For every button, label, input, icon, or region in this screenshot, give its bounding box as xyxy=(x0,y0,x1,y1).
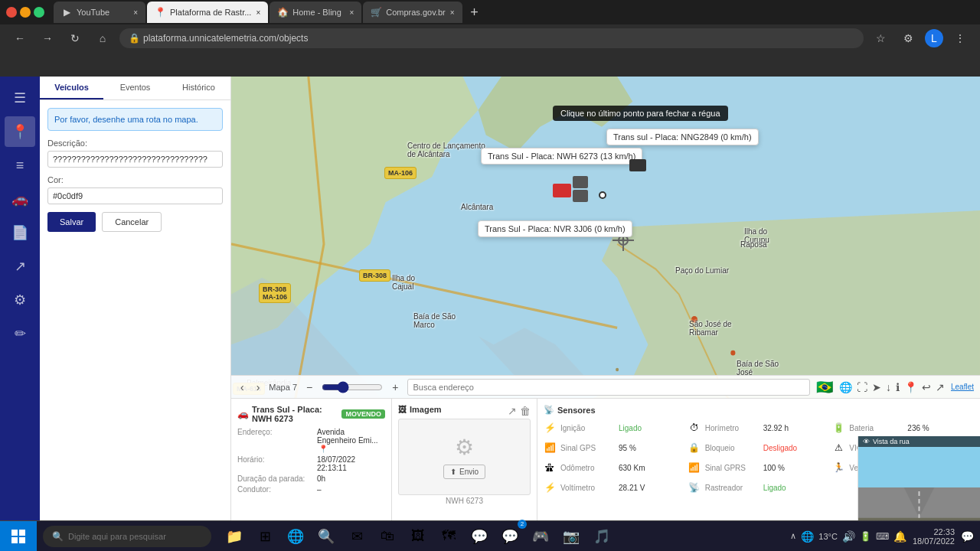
sidebar-location-icon[interactable]: 📍 xyxy=(5,116,35,147)
keyboard-icon[interactable]: ⌨ xyxy=(876,531,889,542)
battery-icon[interactable]: 🔋 xyxy=(860,531,871,542)
tab-compras-close[interactable]: × xyxy=(450,8,455,17)
upload-button[interactable]: ⬆ Envio xyxy=(443,465,485,479)
sidebar-document-icon[interactable]: 📄 xyxy=(5,217,35,248)
minimize-button[interactable] xyxy=(20,7,31,18)
taskbar-file-explorer[interactable]: 📁 xyxy=(220,523,248,550)
notifications-icon[interactable]: 🔔 xyxy=(893,530,906,543)
refresh-button[interactable]: ↻ xyxy=(64,28,86,49)
taskbar-teams[interactable]: 💬 xyxy=(466,523,493,550)
map-info-icon[interactable]: ℹ xyxy=(896,381,900,393)
map-undo-icon[interactable]: ↩ xyxy=(922,381,931,393)
cancel-button[interactable]: Cancelar xyxy=(102,212,162,232)
profile-button[interactable]: L xyxy=(925,29,943,47)
url-bar[interactable]: 🔒 plataforma.unnicatelemetria.com/object… xyxy=(119,28,864,48)
taskbar-store[interactable]: 🛍 xyxy=(374,523,401,550)
tab-compras[interactable]: 🛒 Compras.gov.br × xyxy=(363,2,462,23)
taskbar-game[interactable]: 🎮 xyxy=(527,523,554,550)
image-upload-area[interactable]: ⚙ ⬆ Envio xyxy=(398,419,531,495)
map-send-icon[interactable]: ↗ xyxy=(936,381,945,393)
sidebar-settings-icon[interactable]: ⚙ xyxy=(5,285,35,315)
parada-row: Duração da parada: 0h xyxy=(237,474,385,483)
back-button[interactable]: ← xyxy=(9,28,31,49)
truck-marker-3[interactable] xyxy=(573,190,588,202)
leaflet-credit[interactable]: Leaflet xyxy=(951,383,974,391)
save-button[interactable]: Salvar xyxy=(47,212,96,232)
taskbar-search-input[interactable] xyxy=(68,532,202,541)
street-view-panel[interactable]: 👁 Vista da rua xyxy=(858,436,980,520)
tab-veiculos[interactable]: Veículos xyxy=(40,77,103,99)
map-prev-button[interactable]: ‹ xyxy=(237,381,247,393)
menu-button[interactable]: ⋮ xyxy=(949,28,971,49)
address-link-icon[interactable]: 📍 xyxy=(318,445,328,453)
description-input[interactable] xyxy=(47,151,223,168)
sidebar-menu-icon[interactable]: ☰ xyxy=(5,83,35,113)
close-button[interactable] xyxy=(6,7,17,18)
chevron-up-icon[interactable]: ∧ xyxy=(790,531,796,541)
ignicao-name: Ignição xyxy=(560,424,614,432)
tab-historico[interactable]: Histórico xyxy=(167,77,230,99)
voltimetro-val: 28.21 V xyxy=(619,484,645,492)
home-button[interactable]: ⌂ xyxy=(92,28,113,49)
taskbar-photos[interactable]: 🖼 xyxy=(404,523,432,550)
horario-val: 18/07/2022 22:13:11 xyxy=(317,455,385,472)
map-area[interactable]: Centro de Lançamentode Alcântara Alcânta… xyxy=(231,77,980,520)
action-center-icon[interactable]: 💬 xyxy=(961,530,974,543)
messenger-badge: 2 xyxy=(518,520,527,529)
truck-marker-2[interactable] xyxy=(573,176,588,188)
sidebar-edit-icon[interactable]: ✏ xyxy=(5,318,35,349)
panel-content: Por favor, desenhe uma rota no mapa. Des… xyxy=(40,100,230,520)
new-tab-button[interactable]: + xyxy=(464,2,485,23)
odometro-val: 630 Km xyxy=(619,464,645,472)
map-layers-icon[interactable]: ⛶ xyxy=(857,381,867,393)
tab-platform[interactable]: 📍 Plataforma de Rastr... × xyxy=(147,2,268,23)
taskbar-search-app[interactable]: 🔍 xyxy=(312,523,340,550)
truck-marker-1[interactable] xyxy=(553,184,571,197)
tab-youtube[interactable]: ▶ YouTube × xyxy=(54,2,145,23)
tab-platform-close[interactable]: × xyxy=(256,8,260,17)
zoom-in-button[interactable]: + xyxy=(389,381,401,393)
tab-eventos[interactable]: Eventos xyxy=(103,77,167,99)
share-image-button[interactable]: ↗ xyxy=(508,405,517,417)
map-compass-icon[interactable]: ➤ xyxy=(872,381,881,393)
car-marker[interactable] xyxy=(629,159,646,171)
extensions-button[interactable]: ⚙ xyxy=(897,28,919,49)
map-pin-icon[interactable]: 📍 xyxy=(904,381,917,393)
tab-bling[interactable]: 🏠 Home - Bling × xyxy=(270,2,361,23)
color-input[interactable] xyxy=(47,187,223,204)
map-next-button[interactable]: › xyxy=(253,381,263,393)
taskbar-search[interactable]: 🔍 xyxy=(43,526,211,547)
zoom-slider[interactable] xyxy=(322,381,383,393)
taskbar-mail[interactable]: ✉ xyxy=(343,523,371,550)
start-button[interactable] xyxy=(0,521,37,552)
taskbar-maps[interactable]: 🗺 xyxy=(435,523,462,550)
taskbar-media[interactable]: 🎵 xyxy=(588,523,616,550)
bookmark-button[interactable]: ☆ xyxy=(870,28,891,49)
taskbar-edge[interactable]: 🌐 xyxy=(282,523,309,550)
taskbar-camera[interactable]: 📷 xyxy=(557,523,585,550)
rastreador-icon: 📡 xyxy=(688,481,701,494)
address-search-input[interactable] xyxy=(407,379,810,396)
tab-bling-close[interactable]: × xyxy=(349,8,354,17)
maximize-button[interactable] xyxy=(34,7,44,18)
zoom-out-button[interactable]: − xyxy=(303,381,315,393)
taskbar-task-view[interactable]: ⊞ xyxy=(251,523,279,550)
sidebar-share-icon[interactable]: ↗ xyxy=(5,251,35,282)
svg-point-2 xyxy=(730,350,735,356)
network-icon[interactable]: 🌐 xyxy=(801,530,814,543)
svg-point-1 xyxy=(691,316,697,323)
sidebar-vehicle-icon[interactable]: 🚗 xyxy=(5,184,35,214)
forward-button[interactable]: → xyxy=(37,28,58,49)
taskbar-messenger[interactable]: 💬 2 xyxy=(496,523,524,550)
address-row: Endereço: Avenida Engenheiro Emi...📍 xyxy=(237,428,385,453)
map-down-icon[interactable]: ↓ xyxy=(886,381,891,393)
sidebar-list-icon[interactable]: ≡ xyxy=(5,150,35,181)
rastreador-val: Ligado xyxy=(763,484,786,492)
tab-youtube-close[interactable]: × xyxy=(133,8,138,17)
map-satellite-icon[interactable]: 🌐 xyxy=(839,381,852,393)
address-key: Endereço: xyxy=(237,428,314,453)
plate-label: NWH 6273 xyxy=(398,497,531,505)
parada-key: Duração da parada: xyxy=(237,474,314,483)
volume-icon[interactable]: 🔊 xyxy=(842,530,855,543)
delete-image-button[interactable]: 🗑 xyxy=(520,405,531,417)
